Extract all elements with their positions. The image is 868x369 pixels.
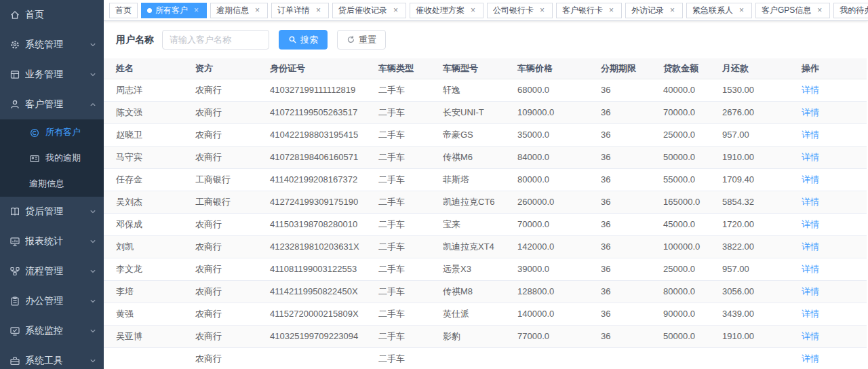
cell-price: 109000.0 (505, 101, 589, 123)
tab-customer-gps-info[interactable]: 客户GPS信息× (755, 3, 830, 18)
detail-link[interactable]: 详情 (802, 85, 819, 95)
cell-term: 36 (589, 123, 651, 146)
close-icon[interactable]: × (314, 6, 323, 15)
tab-all-customers[interactable]: 所有客户× (141, 3, 207, 18)
sidebar-subitem-my-overdue[interactable]: 我的逾期 (0, 145, 104, 171)
detail-link[interactable]: 详情 (802, 219, 819, 229)
close-icon[interactable]: × (538, 6, 547, 15)
column-header: 月还款 (710, 58, 788, 79)
tab-overdue-info[interactable]: 逾期信息× (210, 3, 268, 18)
sidebar-item-customer-mgmt[interactable]: 客户管理 (0, 90, 104, 119)
cell-type: 二手车 (366, 303, 431, 325)
cell-loan: 70000.0 (651, 101, 710, 123)
cell-price: 68000.0 (505, 79, 589, 101)
sidebar-item-home[interactable]: 首页 (0, 0, 104, 30)
sidebar-item-system-monitor[interactable]: 系统监控 (0, 316, 104, 346)
cell-id: 410325199709223094 (258, 325, 366, 347)
cell-action: 详情 (788, 235, 867, 258)
sidebar-item-system-mgmt[interactable]: 系统管理 (0, 30, 104, 60)
cell-monthly: 2676.00 (710, 101, 788, 123)
cell-loan: 45000.0 (651, 213, 710, 235)
tab-my-todo[interactable]: 我的待办× (833, 3, 868, 18)
cell-name: 马守宾 (104, 146, 183, 168)
customer-table: 姓名资方身份证号车辆类型车辆型号车辆价格分期期限贷款金额月还款操作 周志洋农商行… (104, 58, 867, 369)
cell-type: 二手车 (366, 191, 431, 213)
cell-type: 二手车 (366, 213, 431, 235)
cell-price: 39000.0 (505, 258, 589, 280)
cell-monthly: 1910.00 (710, 146, 788, 168)
cell-loan: 165000.0 (651, 191, 710, 213)
sidebar-subitem-overdue-info[interactable]: 逾期信息 (0, 171, 104, 197)
tab-label: 逾期信息 (216, 5, 249, 16)
close-icon[interactable]: × (469, 6, 477, 15)
cell-name: 周志洋 (104, 79, 183, 101)
cell-monthly: 957.00 (710, 258, 788, 280)
cell-model: 影豹 (431, 325, 505, 347)
detail-link[interactable]: 详情 (802, 286, 819, 296)
detail-link[interactable]: 详情 (802, 264, 819, 274)
sidebar-item-office-mgmt[interactable]: 办公管理 (0, 286, 104, 316)
cell-monthly: 1720.00 (710, 213, 788, 235)
cell-price: 77000.0 (505, 325, 589, 347)
tab-collection-plan[interactable]: 催收处理方案× (410, 3, 484, 18)
sidebar-subitem-all-customers[interactable]: 所有客户 (0, 119, 104, 145)
detail-link[interactable]: 详情 (802, 353, 819, 364)
detail-link[interactable]: 详情 (802, 107, 819, 117)
detail-link[interactable]: 详情 (802, 331, 819, 341)
tab-company-bank-card[interactable]: 公司银行卡× (487, 3, 553, 18)
sidebar-item-label: 贷后管理 (25, 206, 89, 218)
search-button-label: 搜索 (300, 34, 318, 46)
search-button[interactable]: 搜索 (279, 30, 328, 50)
tab-home[interactable]: 首页 (109, 3, 138, 18)
table-row: 邓保成农商行411503198708280010二手车宝来70000.03645… (104, 213, 867, 235)
detail-link[interactable]: 详情 (802, 241, 819, 252)
tab-visit-records[interactable]: 外访记录× (625, 3, 683, 18)
cell-term: 36 (589, 79, 651, 101)
sidebar-subitem-label: 我的逾期 (45, 152, 104, 164)
tab-emergency-contacts[interactable]: 紧急联系人× (686, 3, 752, 18)
cell-loan: 25000.0 (651, 123, 710, 146)
reset-button[interactable]: 重置 (337, 30, 386, 50)
cell-model: 菲斯塔 (431, 168, 505, 191)
tab-label: 首页 (115, 5, 132, 16)
cell-model: 凯迪拉克XT4 (431, 235, 505, 258)
sidebar-item-process-mgmt[interactable]: 流程管理 (0, 256, 104, 286)
column-header: 身份证号 (258, 58, 366, 79)
detail-link[interactable]: 详情 (802, 197, 819, 207)
close-icon[interactable]: × (815, 6, 824, 15)
flow-icon (9, 266, 20, 277)
cell-model: 帝豪GS (431, 123, 505, 146)
detail-link[interactable]: 详情 (802, 309, 819, 319)
cell-name: 李培 (104, 280, 183, 303)
gear-icon (9, 39, 20, 50)
cell-funder: 农商行 (183, 258, 258, 280)
close-icon[interactable]: × (192, 6, 201, 15)
detail-link[interactable]: 详情 (802, 130, 819, 140)
tab-label: 我的待办 (840, 5, 868, 16)
table-row: 李培农商行41142119950822450X二手车传祺M8128800.036… (104, 280, 867, 303)
sidebar-item-report-stats[interactable]: 报表统计 (0, 227, 104, 256)
sidebar-item-system-tools[interactable]: 系统工具 (0, 346, 104, 369)
tab-collection-records[interactable]: 贷后催收记录× (332, 3, 406, 18)
tab-order-details[interactable]: 订单详情× (271, 3, 329, 18)
tab-customer-bank-card[interactable]: 客户银行卡× (556, 3, 622, 18)
close-icon[interactable]: × (253, 6, 262, 15)
sidebar-item-business-mgmt[interactable]: 业务管理 (0, 60, 104, 90)
chevron-down-icon (89, 237, 97, 246)
search-input[interactable] (162, 30, 269, 50)
home-icon (9, 9, 20, 20)
table-row: 陈文强农商行410721199505263517二手车长安UNI-T109000… (104, 101, 867, 123)
close-icon[interactable]: × (737, 6, 746, 15)
app-window: 首页系统管理业务管理客户管理所有客户我的逾期逾期信息贷后管理报表统计流程管理办公… (0, 0, 868, 369)
close-icon[interactable]: × (607, 6, 616, 15)
close-icon[interactable]: × (668, 6, 677, 15)
sidebar-subitem-label: 所有客户 (45, 126, 104, 138)
cell-monthly: 1709.40 (710, 168, 788, 191)
cell-id: 411402199208167372 (258, 168, 366, 191)
cell-id: 411503198708280010 (258, 213, 366, 235)
sidebar-item-post-loan-mgmt[interactable]: 贷后管理 (0, 197, 104, 227)
cell-price: 260000.0 (505, 191, 589, 213)
close-icon[interactable]: × (391, 6, 400, 15)
detail-link[interactable]: 详情 (802, 174, 819, 184)
detail-link[interactable]: 详情 (802, 152, 819, 162)
